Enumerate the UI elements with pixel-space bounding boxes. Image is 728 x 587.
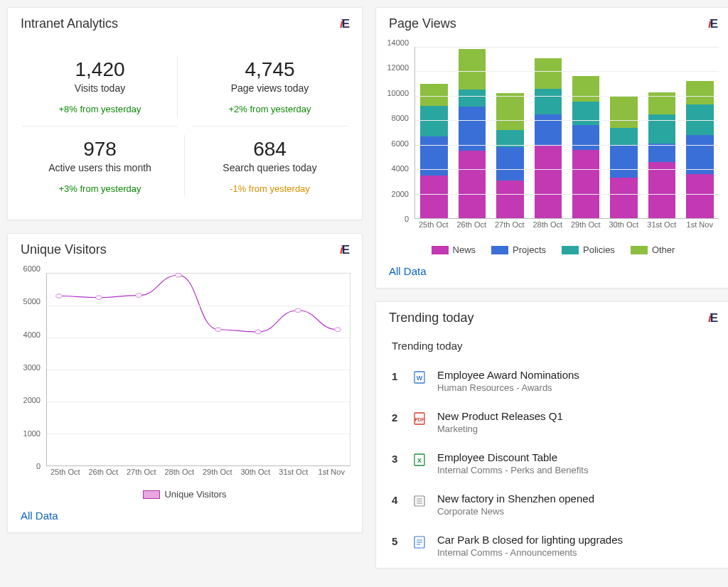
- trend-rank: 1: [392, 369, 402, 382]
- data-point[interactable]: [136, 294, 142, 297]
- bar-seg-news[interactable]: [459, 151, 486, 218]
- trend-rank: 5: [392, 534, 402, 547]
- bar-seg-other[interactable]: [572, 76, 599, 102]
- trend-item-title: Car Park B closed for lighting upgrades: [437, 534, 714, 546]
- bar-seg-policies[interactable]: [535, 89, 562, 114]
- bar-seg-policies[interactable]: [459, 90, 486, 107]
- bar-seg-other[interactable]: [420, 84, 447, 106]
- bar-seg-other[interactable]: [686, 81, 713, 104]
- bar-seg-other[interactable]: [535, 58, 562, 89]
- metric-visits: 1,420 Visits today +8% from yesterday: [22, 47, 178, 126]
- trending-item[interactable]: 3XEmployee Discount TableInternal Comms …: [392, 444, 714, 485]
- trend-item-meta: Internal Comms - Announcements: [437, 547, 714, 558]
- brand-logo-icon: iE: [708, 311, 717, 325]
- trend-item-title: Employee Award Nominations: [437, 369, 714, 381]
- trending-card: Trending today iE Trending today 1WEmplo…: [375, 301, 728, 569]
- data-point[interactable]: [96, 296, 102, 299]
- data-point[interactable]: [176, 274, 182, 277]
- bar-seg-policies[interactable]: [648, 114, 675, 144]
- trend-rank: 3: [392, 451, 402, 465]
- analytics-card: Intranet Analytics iE 1,420 Visits today…: [7, 7, 363, 220]
- bar-seg-news[interactable]: [496, 181, 523, 218]
- trend-rank: 4: [392, 492, 402, 506]
- bar-seg-news[interactable]: [648, 162, 675, 218]
- bar-seg-projects[interactable]: [535, 114, 562, 146]
- visitors-title: Unique Visitors: [21, 242, 107, 257]
- brand-logo-icon: iE: [340, 17, 349, 31]
- bar-seg-projects[interactable]: [496, 147, 523, 180]
- metric-active-users-change: +3% from yesterday: [22, 183, 178, 194]
- pageviews-legend: News Projects Policies Other: [376, 239, 728, 258]
- data-point[interactable]: [335, 328, 341, 331]
- trend-item-meta: Corporate News: [437, 506, 714, 517]
- analytics-title: Intranet Analytics: [21, 16, 118, 31]
- visitors-chart: 0100020003000400050006000 25th Oct26th O…: [15, 269, 352, 482]
- news-file-icon: [413, 492, 426, 507]
- bar-seg-news[interactable]: [535, 146, 562, 218]
- trending-item[interactable]: 2PDFNew Product Releases Q1Marketing: [392, 403, 714, 444]
- pageviews-chart: 02000400060008000100001200014000 25th Oc…: [383, 43, 720, 235]
- bar-seg-projects[interactable]: [648, 144, 675, 162]
- pageviews-card: Page Views iE 02000400060008000100001200…: [375, 7, 728, 289]
- data-point[interactable]: [255, 330, 262, 333]
- svg-text:W: W: [417, 375, 423, 382]
- bar-seg-policies[interactable]: [610, 128, 637, 145]
- metric-pageviews: 4,745 Page views today +2% from yesterda…: [192, 47, 348, 126]
- visitors-legend: Unique Visitors: [8, 486, 362, 502]
- trending-list: Trending today 1WEmployee Award Nominati…: [376, 333, 728, 568]
- trending-item[interactable]: 1WEmployee Award NominationsHuman Resour…: [392, 362, 714, 403]
- bar-seg-projects[interactable]: [610, 145, 637, 178]
- bar-seg-other[interactable]: [459, 49, 486, 90]
- trend-item-meta: Human Resources - Awards: [437, 382, 714, 393]
- trend-item-title: New factory in Shenzhen opened: [437, 492, 714, 505]
- trending-item[interactable]: 4New factory in Shenzhen openedCorporate…: [392, 485, 714, 527]
- trending-item[interactable]: 5Car Park B closed for lighting upgrades…: [392, 527, 714, 568]
- data-point[interactable]: [215, 328, 222, 331]
- trending-title: Trending today: [389, 311, 473, 325]
- bar-seg-news[interactable]: [686, 174, 713, 218]
- trend-item-meta: Marketing: [437, 424, 714, 434]
- svg-text:X: X: [417, 457, 422, 464]
- bar-seg-news[interactable]: [420, 176, 447, 218]
- data-point[interactable]: [295, 308, 301, 312]
- note-file-icon: [413, 534, 426, 548]
- word-file-icon: W: [413, 369, 426, 383]
- analytics-grid: 1,420 Visits today +8% from yesterday 4,…: [8, 38, 362, 220]
- bar-seg-other[interactable]: [496, 93, 523, 130]
- metric-pageviews-change: +2% from yesterday: [192, 104, 348, 114]
- visitors-all-data-link[interactable]: All Data: [21, 510, 58, 522]
- bar-seg-other[interactable]: [610, 96, 637, 128]
- visitors-card: Unique Visitors iE 010002000300040005000…: [7, 233, 363, 533]
- trend-rank: 2: [392, 410, 402, 424]
- bar-seg-policies[interactable]: [572, 102, 599, 125]
- excel-file-icon: X: [413, 451, 426, 465]
- svg-text:PDF: PDF: [415, 417, 424, 422]
- trend-item-title: New Product Releases Q1: [437, 410, 714, 422]
- metric-active-users: 978 Active users this month +3% from yes…: [15, 126, 185, 205]
- metric-search-queries-change: -1% from yesterday: [192, 183, 348, 194]
- pdf-file-icon: PDF: [413, 410, 426, 424]
- brand-logo-icon: iE: [708, 17, 717, 31]
- bar-seg-news[interactable]: [610, 178, 637, 218]
- trending-subtitle: Trending today: [392, 340, 714, 352]
- trend-item-meta: Internal Comms - Perks and Benefits: [437, 465, 714, 475]
- brand-logo-icon: iE: [340, 243, 349, 257]
- bar-seg-projects[interactable]: [572, 125, 599, 149]
- bar-seg-news[interactable]: [572, 150, 599, 218]
- metric-visits-change: +8% from yesterday: [22, 104, 178, 114]
- metric-search-queries: 684 Search queries today -1% from yester…: [185, 126, 355, 205]
- trend-item-title: Employee Discount Table: [437, 451, 714, 463]
- pageviews-title: Page Views: [389, 16, 456, 31]
- data-point[interactable]: [56, 294, 63, 298]
- pageviews-all-data-link[interactable]: All Data: [389, 265, 427, 277]
- bar-seg-projects[interactable]: [686, 135, 713, 174]
